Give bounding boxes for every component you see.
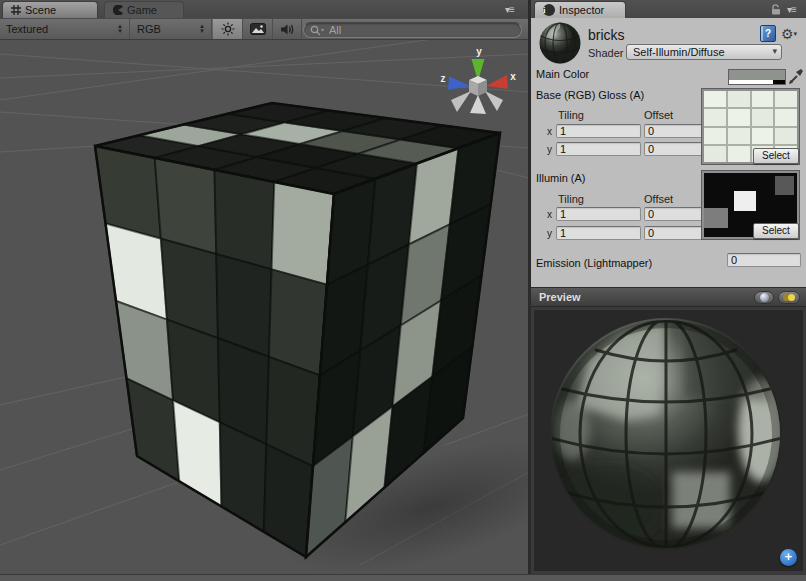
base-texture-cell [704,146,726,162]
alpha-bar [729,80,785,84]
panel-divider[interactable] [528,0,531,581]
cube-face-cell [272,182,334,285]
scene-gizmo[interactable]: y x z [441,46,517,114]
gizmo-x-axis[interactable] [486,75,508,89]
illumin-gray-square [775,176,795,195]
illumin-white-square [734,191,756,211]
preview-sphere [534,310,803,571]
color-mode-value: RGB [137,23,161,35]
base-map-label: Base (RGB) Gloss (A) [536,89,644,101]
lock-icon[interactable] [770,4,782,15]
illumin-tiling-x-field[interactable] [556,207,641,221]
illumin-select-button[interactable]: Select [753,223,799,239]
audio-toggle-button[interactable] [273,19,302,39]
illumin-offset-header: Offset [644,193,673,205]
search-icon [310,25,324,36]
base-texture-cell [704,109,726,125]
inspector-tabstrip: i Inspector ▾≡ [531,0,806,18]
cube-face-cell [215,170,275,269]
base-texture-cell [728,128,750,144]
draw-mode-dropdown[interactable]: Textured ▲▼ [0,19,130,39]
speaker-icon [280,23,295,36]
material-preview[interactable]: + [531,307,806,574]
search-input[interactable] [327,23,497,37]
help-icon[interactable]: ? [760,25,776,42]
material-sphere-thumbnail [538,21,582,65]
shader-value: Self-Illumin/Diffuse [633,46,725,58]
draw-mode-value: Textured [6,23,48,35]
gizmo-x-label: x [510,71,516,82]
main-color-swatch[interactable] [728,69,786,85]
scene-tabstrip: Scene Game ▾≡ [0,0,529,18]
gizmo-y-label: y [476,46,482,57]
base-offset-header: Offset [644,109,673,121]
emission-label: Emission (Lightmapper) [536,257,652,269]
illumin-tiling-y-field[interactable] [556,226,641,240]
base-texture-cell [752,128,774,144]
scene-panel-menu-icon[interactable]: ▾≡ [505,4,514,15]
dropdown-arrows-icon: ▲▼ [117,24,123,34]
illumin-map-label: Illumin (A) [536,172,586,184]
scene-toolbar: Textured ▲▼ RGB ▲▼ [0,18,529,40]
tab-scene-label: Scene [25,4,56,16]
dropdown-arrows-icon: ▲▼ [199,24,205,34]
tab-game-label: Game [127,4,157,16]
base-tiling-y-field[interactable] [556,142,641,156]
scene-search-field[interactable] [303,22,522,38]
bright-light-icon [788,294,795,301]
shader-dropdown[interactable]: Self-Illumin/Diffuse [626,44,782,60]
illumin-x-label: x [547,209,552,220]
base-tiling-x-field[interactable] [556,124,641,138]
scene-viewport[interactable]: y x z [0,40,529,574]
illumin-gray-square [704,208,728,228]
illumin-tiling-header: Tiling [558,193,584,205]
base-x-label: x [547,126,552,137]
tab-scene[interactable]: Scene [2,1,98,18]
cube-face-cell [106,224,168,320]
base-texture-cell [775,109,797,125]
base-texture-cell [728,91,750,107]
image-icon [250,23,266,35]
preview-shape-button[interactable] [754,291,774,304]
base-y-label: y [547,144,552,155]
lighting-toggle-button[interactable] [213,19,243,39]
base-texture-cell [775,91,797,107]
gizmo-gray-axis[interactable] [451,91,471,112]
main-color-label: Main Color [536,68,589,80]
preview-title: Preview [539,291,581,303]
base-texture-cell [704,128,726,144]
game-pacman-icon [113,5,123,15]
tab-inspector-label: Inspector [559,4,604,16]
scene-grid-icon [11,5,21,15]
base-texture-cell [728,146,750,162]
inspector-panel-menu-icon[interactable]: ▾≡ [787,4,796,15]
sphere-icon [760,293,769,302]
info-icon: i [543,4,555,16]
base-tiling-header: Tiling [558,109,584,121]
render-settings-button[interactable] [243,19,273,39]
color-mode-dropdown[interactable]: RGB ▲▼ [131,19,212,39]
sun-icon [221,22,235,36]
scene-render: y x z [0,40,529,574]
material-name: bricks [588,27,625,43]
add-preview-button[interactable]: + [780,549,797,566]
base-texture-cell [728,109,750,125]
preview-lighting-button[interactable] [778,291,800,304]
base-texture-cell [752,109,774,125]
base-texture-cell [752,91,774,107]
emission-field[interactable] [727,253,801,267]
base-texture-cell [775,128,797,144]
base-select-button[interactable]: Select [753,148,799,164]
illumin-y-label: y [547,228,552,239]
tab-game[interactable]: Game [104,1,184,18]
unity-editor-window: Scene Game ▾≡ Textured ▲▼ RGB ▲▼ [0,0,806,581]
gear-icon[interactable]: ⚙▾ [781,26,797,42]
base-texture-cell [704,91,726,107]
eyedropper-icon[interactable] [788,66,804,85]
window-bottom-edge [0,574,806,581]
gizmo-gray-axis[interactable] [470,95,486,114]
gizmo-gray-axis[interactable] [485,91,503,111]
tab-inspector[interactable]: i Inspector [534,1,626,18]
preview-header[interactable]: Preview [531,287,806,307]
gizmo-z-label: z [441,73,446,84]
